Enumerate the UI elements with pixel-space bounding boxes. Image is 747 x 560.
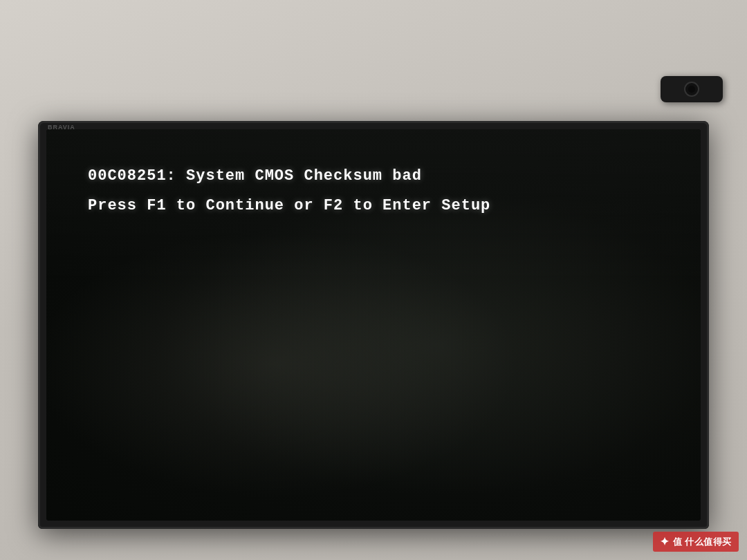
webcam — [661, 76, 723, 102]
watermark-icon: ✦ — [660, 535, 669, 548]
bios-error-line: 00C08251: System CMOS Checksum bad — [88, 167, 659, 185]
bios-text-area: 00C08251: System CMOS Checksum bad Press… — [88, 167, 659, 214]
webcam-lens-inner — [688, 86, 695, 93]
tv-monitor: BRAVIA 00C08251: System CMOS Checksum ba… — [38, 121, 709, 529]
tv-bezel: 00C08251: System CMOS Checksum bad Press… — [46, 129, 701, 521]
watermark-text: 值 什么值得买 — [673, 536, 732, 548]
watermark-badge: ✦ 值 什么值得买 — [653, 532, 739, 552]
webcam-lens — [684, 82, 699, 97]
bios-prompt-line: Press F1 to Continue or F2 to Enter Setu… — [88, 197, 659, 214]
tv-screen: 00C08251: System CMOS Checksum bad Press… — [46, 129, 701, 521]
